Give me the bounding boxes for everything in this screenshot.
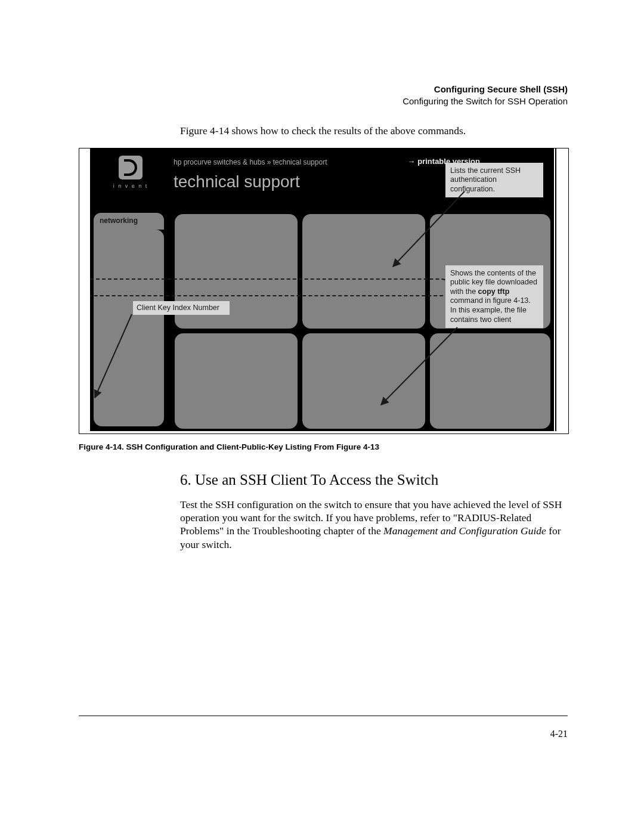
body-paragraph: Test the SSH configuration on the switch… [180,498,568,552]
callout-public-key-file: Shows the contents of the public key fil… [445,265,543,329]
section-heading: 6. Use an SSH Client To Access the Switc… [180,472,568,488]
hp-invent-logo-icon [119,156,143,179]
callout-text: Lists the current SSH authentication con… [450,166,521,193]
hp-logo-block: i n v e n t [112,156,150,189]
callout-text: Client Key Index Number [137,304,219,312]
header-section: Configuring the Switch for SSH Operation [79,95,568,107]
content-panel [302,333,425,429]
callout-client-key-index: Client Key Index Number [133,301,230,315]
body-text-italic: Management and Configuration Guide [383,525,546,537]
callout-ssh-auth-config: Lists the current SSH authentication con… [445,163,543,198]
running-header: Configuring Secure Shell (SSH) Configuri… [79,83,568,108]
figure-4-14-box: i n v e n t hp procurve switches & hubs … [79,148,569,434]
content-panel [430,333,550,429]
header-chapter: Configuring Secure Shell (SSH) [79,83,568,95]
dashed-highlight-region [90,278,450,296]
content-panel [302,214,425,329]
callout-text-bold: copy tftp [478,287,510,296]
content-panel [175,333,298,429]
sidebar-tab-networking[interactable]: networking [94,213,164,230]
page-title: technical support [174,172,300,191]
figure-caption: Figure 4-14. SSH Configuration and Clien… [79,442,568,451]
page-number: 4-21 [550,729,568,739]
screenshot-region: i n v e n t hp procurve switches & hubs … [90,148,558,431]
hp-invent-label: i n v e n t [112,183,150,189]
footer-rule [79,716,568,716]
breadcrumb: hp procurve switches & hubs » technical … [174,158,327,166]
callout-text-post: command in figure 4-13. In this example,… [450,296,531,323]
sidebar-panel [94,230,164,426]
figure-intro-text: Figure 4-14 shows how to check the resul… [180,125,568,137]
